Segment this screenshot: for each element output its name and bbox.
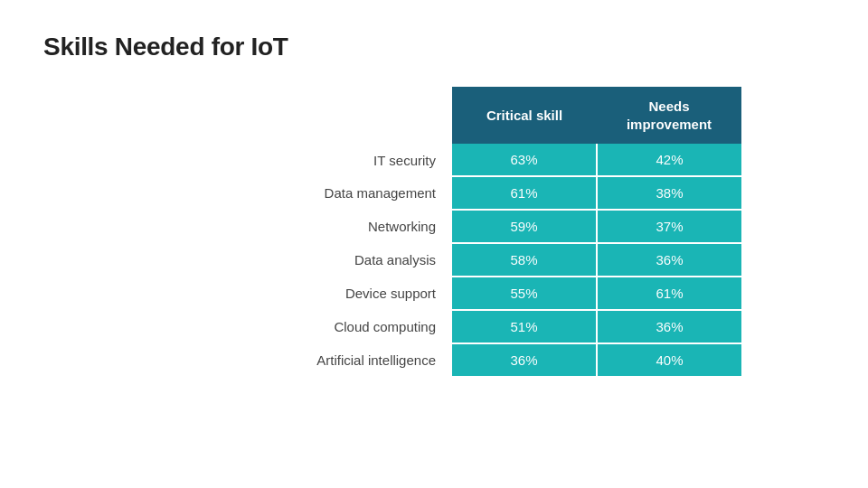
improvement-value: 36% (597, 243, 741, 277)
skill-label: Cloud computing (271, 310, 452, 343)
col-header-critical: Critical skill (452, 87, 597, 144)
improvement-value: 61% (597, 277, 741, 310)
table-row: Device support55%61% (271, 277, 741, 310)
skill-label: IT security (271, 144, 452, 176)
table-row: Data management61%38% (271, 176, 741, 210)
table-row: IT security63%42% (271, 144, 741, 176)
col-header-empty (271, 87, 452, 144)
improvement-value: 42% (597, 144, 741, 176)
critical-value: 36% (452, 343, 597, 376)
skills-table: Critical skill Needs improvement IT secu… (271, 87, 741, 376)
skill-label: Networking (271, 210, 452, 243)
critical-value: 59% (452, 210, 597, 243)
table-row: Networking59%37% (271, 210, 741, 243)
table-row: Cloud computing51%36% (271, 310, 741, 343)
critical-value: 63% (452, 144, 597, 176)
improvement-value: 37% (597, 210, 741, 243)
page-title: Skills Needed for IoT (43, 33, 288, 61)
improvement-value: 38% (597, 176, 741, 210)
col-header-improvement: Needs improvement (597, 87, 741, 144)
table-row: Artificial intelligence36%40% (271, 343, 741, 376)
skill-label: Data analysis (271, 243, 452, 277)
critical-value: 58% (452, 243, 597, 277)
skill-label: Data management (271, 176, 452, 210)
critical-value: 51% (452, 310, 597, 343)
skill-label: Device support (271, 277, 452, 310)
skill-label: Artificial intelligence (271, 343, 452, 376)
critical-value: 61% (452, 176, 597, 210)
table-row: Data analysis58%36% (271, 243, 741, 277)
improvement-value: 36% (597, 310, 741, 343)
improvement-value: 40% (597, 343, 741, 376)
table-wrapper: Critical skill Needs improvement IT secu… (43, 87, 825, 376)
critical-value: 55% (452, 277, 597, 310)
